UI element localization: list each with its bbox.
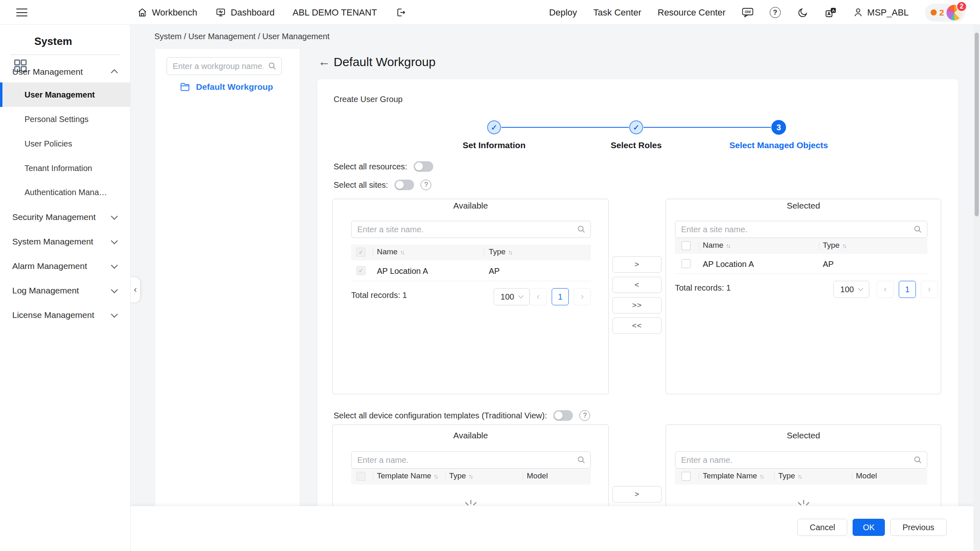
sidebar-item-user-management[interactable]: User Management [0,82,131,107]
column-header-name[interactable]: Name↑↓ [377,247,404,256]
old-version-icon[interactable]: Old [742,7,753,18]
templates-selected-search-input[interactable] [675,451,927,469]
chevron-down-icon [858,286,863,291]
column-header-model[interactable]: Model [527,471,548,480]
nav-deploy[interactable]: Deploy [549,7,577,18]
select-all-templates-toggle[interactable] [553,410,573,421]
previous-button[interactable]: Previous [890,519,947,536]
notification-widget[interactable]: 2 2 [925,4,965,22]
sites-available-search-input[interactable] [351,221,591,238]
next-page-button[interactable]: › [921,281,938,298]
cancel-button[interactable]: Cancel [797,519,847,536]
column-header-type[interactable]: Type↑↓ [489,247,512,256]
exit-tenant-icon[interactable] [395,7,406,18]
dark-mode-icon[interactable] [797,7,808,18]
available-title: Available [333,201,608,211]
prev-page-button[interactable]: ‹ [877,281,894,298]
wizard-title: Create User Group [334,95,403,104]
select-all-resources-toggle[interactable] [414,161,433,172]
sidebar-item-user-policies[interactable]: User Policies [0,131,131,156]
nav-workbench[interactable]: Workbench [136,7,197,18]
workgroup-search [167,57,282,75]
step-3-label: Select Managed Objects [705,140,852,150]
sort-icon: ↑↓ [434,473,437,480]
chevron-down-icon [111,311,118,318]
scrollbar-thumb[interactable] [975,33,979,216]
page-size-select[interactable]: 100 [494,288,530,305]
sidebar-item-personal-settings[interactable]: Personal Settings [0,107,131,131]
sidebar-group-system-management[interactable]: System Management [0,229,131,254]
page: Workbench Dashboard ABL DEMO TENANT Depl… [0,0,980,551]
sort-icon: ↑↓ [760,473,763,480]
nav-task-center[interactable]: Task Center [593,7,641,18]
user-menu[interactable]: MSP_ABL [853,7,909,18]
nav-dashboard[interactable]: Dashboard [215,7,275,18]
column-header-type[interactable]: Type↑↓ [823,241,846,250]
column-header-type[interactable]: Type↑↓ [778,471,801,480]
selected-title: Selected [666,431,941,440]
step-2-indicator[interactable]: ✓ [629,120,643,134]
language-icon[interactable]: A [825,7,836,18]
step-1-indicator[interactable]: ✓ [487,120,501,134]
prev-page-button[interactable]: ‹ [530,288,547,305]
sidebar-collapse-handle[interactable]: ‹ [131,277,140,303]
workgroup-tree-item[interactable]: Default Workgroup [180,82,273,92]
column-header-model[interactable]: Model [856,471,877,480]
help-icon[interactable]: ? [770,7,781,18]
column-header-type[interactable]: Type↑↓ [449,471,472,480]
templates-help-icon[interactable]: ? [579,410,590,421]
row-checkbox[interactable] [682,259,690,268]
select-all-checkbox[interactable] [682,472,690,481]
sidebar-title: System [34,35,72,48]
sidebar-item-authentication-management[interactable]: Authentication Mana… [0,180,131,204]
action-bar: Cancel OK Previous [131,506,980,551]
breadcrumb[interactable]: System / User Management / User Manageme… [154,32,330,41]
templates-available-search-input[interactable] [351,451,591,469]
topbar: Workbench Dashboard ABL DEMO TENANT Depl… [0,0,980,25]
sites-help-icon[interactable]: ? [421,180,431,190]
sites-available-panel: Available ✓ Name↑↓ Type↑↓ ✓ AP Location … [332,199,609,394]
sidebar-group-log-management[interactable]: Log Management [0,278,131,303]
page-size-select[interactable]: 100 [833,281,869,298]
select-all-checkbox: ✓ [356,248,365,257]
sidebar-group-alarm-management[interactable]: Alarm Management [0,254,131,278]
selected-title: Selected [666,201,941,211]
sort-icon: ↑↓ [797,473,801,480]
column-header-template-name[interactable]: Template Name↑↓ [703,471,763,480]
ok-button[interactable]: OK [853,519,885,536]
tenant-selector[interactable]: ABL DEMO TENANT [293,7,377,18]
dashboard-icon [215,7,227,18]
next-page-button[interactable]: › [574,288,591,305]
move-right-button[interactable]: > [612,256,662,273]
step-connector [501,127,629,128]
back-arrow-icon[interactable]: ← [318,55,330,69]
sidebar-group-license-management[interactable]: License Management [0,303,131,327]
move-all-right-button[interactable]: >> [612,297,662,313]
column-header-template-name[interactable]: Template Name↑↓ [377,471,437,480]
move-all-left-button[interactable]: << [612,318,662,334]
move-left-button[interactable]: < [612,277,662,293]
dashboard-label: Dashboard [231,7,275,18]
current-page-button[interactable]: 1 [552,288,569,305]
sites-selected-search-input[interactable] [675,221,927,238]
table-header: Template Name↑↓ Type↑↓ Model [675,469,927,484]
sort-icon: ↑↓ [726,242,730,249]
search-icon [577,455,586,464]
hamburger-menu-icon[interactable] [16,9,27,16]
search-icon [913,455,922,464]
svg-text:A: A [832,8,835,13]
step-3-indicator[interactable]: 3 [771,120,786,135]
active-indicator [0,82,2,107]
sidebar-group-user-management[interactable]: User Management [0,60,131,84]
svg-text:Old: Old [745,9,751,13]
move-right-button[interactable]: > [612,486,662,502]
nav-resource-center[interactable]: Resource Center [658,7,726,18]
workgroup-search-input[interactable] [167,57,282,75]
sidebar-divider [11,54,119,55]
select-all-sites-toggle[interactable] [394,180,414,190]
sidebar-group-security-management[interactable]: Security Management [0,205,131,229]
select-all-checkbox[interactable] [682,241,690,250]
column-header-name[interactable]: Name↑↓ [703,241,730,250]
sidebar-item-tenant-information[interactable]: Tenant Information [0,156,131,180]
current-page-button[interactable]: 1 [899,281,916,298]
